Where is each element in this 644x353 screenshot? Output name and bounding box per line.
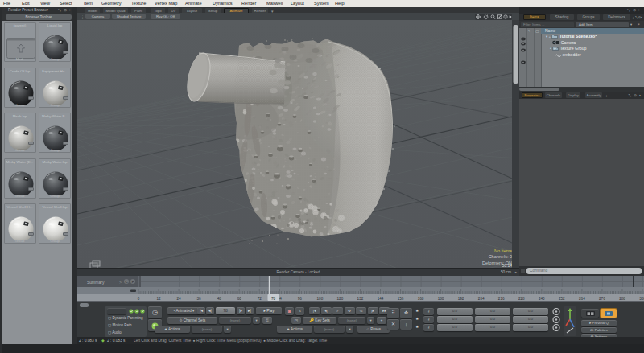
svg-text:192: 192 bbox=[458, 297, 464, 301]
svg-text:48: 48 bbox=[217, 297, 222, 301]
svg-text:50.14: 50.14 bbox=[502, 263, 512, 268]
svg-text:300: 300 bbox=[639, 297, 644, 301]
svg-text:72: 72 bbox=[258, 297, 262, 301]
svg-text:216: 216 bbox=[498, 297, 505, 301]
svg-text:204: 204 bbox=[478, 297, 485, 301]
svg-text:60: 60 bbox=[237, 297, 242, 301]
svg-text:>: > bbox=[119, 280, 122, 285]
svg-text:No Items: No Items bbox=[494, 248, 512, 253]
svg-text:144: 144 bbox=[378, 297, 384, 301]
svg-text:108: 108 bbox=[317, 297, 324, 301]
svg-text:240: 240 bbox=[539, 297, 545, 301]
svg-text:156: 156 bbox=[398, 297, 404, 301]
svg-text:Summary: Summary bbox=[87, 280, 105, 285]
svg-text:F: F bbox=[132, 280, 134, 284]
svg-text:276: 276 bbox=[599, 297, 605, 301]
svg-text:288: 288 bbox=[619, 297, 625, 301]
svg-text:120: 120 bbox=[337, 297, 344, 301]
svg-text:96: 96 bbox=[298, 297, 303, 301]
svg-text:132: 132 bbox=[357, 297, 364, 301]
svg-text:168: 168 bbox=[418, 297, 424, 301]
svg-text:C: C bbox=[125, 280, 127, 284]
svg-text:12: 12 bbox=[156, 297, 161, 301]
svg-text:264: 264 bbox=[579, 297, 585, 301]
svg-text:228: 228 bbox=[518, 297, 525, 301]
svg-text:24: 24 bbox=[177, 297, 182, 301]
svg-text:180: 180 bbox=[438, 297, 444, 301]
svg-text:36: 36 bbox=[197, 297, 202, 301]
svg-text:Channels: 0: Channels: 0 bbox=[489, 254, 512, 259]
svg-text:0: 0 bbox=[138, 297, 140, 301]
svg-text:252: 252 bbox=[559, 297, 565, 301]
svg-text:78: 78 bbox=[271, 297, 276, 301]
